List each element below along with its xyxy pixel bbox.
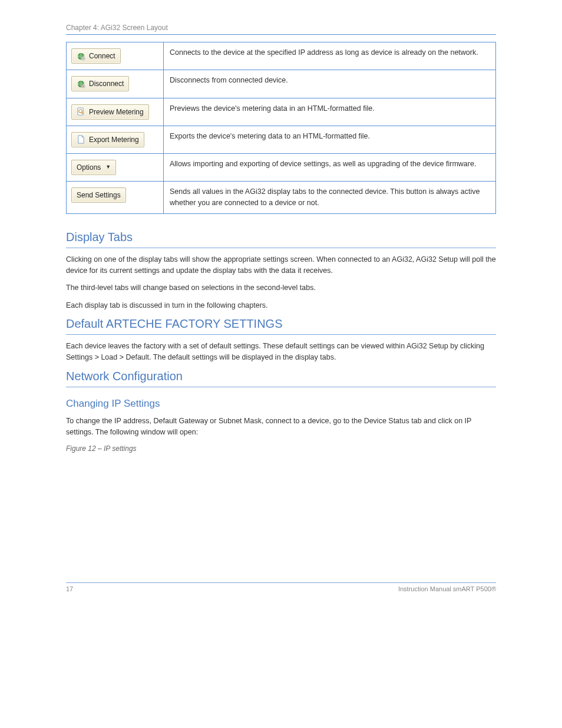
divider [66,248,496,248]
table-row: Options ▼ Allows importing and exporting… [67,154,496,182]
divider [66,387,496,387]
paragraph: To change the IP address, Default Gatewa… [66,416,496,439]
magnifier-icon [77,107,85,116]
footer-brand: Instruction Manual smART P500® [398,585,496,592]
divider [66,334,496,335]
preview-metering-button[interactable]: Preview Metering [71,104,149,120]
button-description: Disconnects from connected device. [164,70,496,98]
button-label: Disconnect [89,78,124,89]
export-metering-button[interactable]: Export Metering [71,132,144,147]
table-row: Connect Connects to the device at the sp… [67,42,496,70]
table-row: Export Metering Exports the device's met… [67,126,496,153]
button-description: Exports the device's metering data to an… [164,126,496,153]
page-icon [77,135,85,144]
chapter-header: Chapter 4: AGi32 Screen Layout [66,24,496,32]
subsection-changing-ip-title: Changing IP Settings [66,398,496,410]
button-label: Send Settings [77,190,121,200]
globe-icon [77,80,85,88]
paragraph: Each device leaves the factory with a se… [66,341,496,364]
disconnect-button[interactable]: Disconnect [71,76,129,91]
button-description: Connects to the device at the specified … [164,42,496,70]
paragraph: Each display tab is discussed in turn in… [66,300,496,311]
button-description: Allows importing and exporting of device… [164,154,496,182]
page-number: 17 [66,585,73,592]
options-button[interactable]: Options ▼ [71,160,116,175]
button-label: Options [77,162,101,173]
table-row: Preview Metering Previews the device's m… [67,98,496,126]
section-network-config-title: Network Configuration [66,370,496,383]
paragraph: The third-level tabs will change based o… [66,282,496,294]
table-row: Disconnect Disconnects from connected de… [67,70,496,98]
button-label: Export Metering [89,134,139,145]
globe-icon [77,52,85,61]
send-settings-button[interactable]: Send Settings [71,187,126,203]
table-row: Send Settings Sends all values in the AG… [67,182,496,214]
button-label: Preview Metering [89,107,144,117]
button-label: Connect [89,51,115,61]
button-description: Sends all values in the AGi32 display ta… [164,182,496,214]
connect-button[interactable]: Connect [71,48,121,64]
chevron-down-icon: ▼ [105,163,111,172]
section-display-tabs-title: Display Tabs [66,230,496,244]
divider [66,34,496,35]
button-description: Previews the device's metering data in a… [164,98,496,126]
paragraph: Clicking on one of the display tabs will… [66,254,496,277]
figure-caption: Figure 12 – IP settings [66,444,496,453]
section-default-settings-title: Default ARTECHE FACTORY SETTINGS [66,317,496,331]
page-footer: 17 Instruction Manual smART P500® [66,583,496,592]
buttons-table: Connect Connects to the device at the sp… [66,42,496,214]
